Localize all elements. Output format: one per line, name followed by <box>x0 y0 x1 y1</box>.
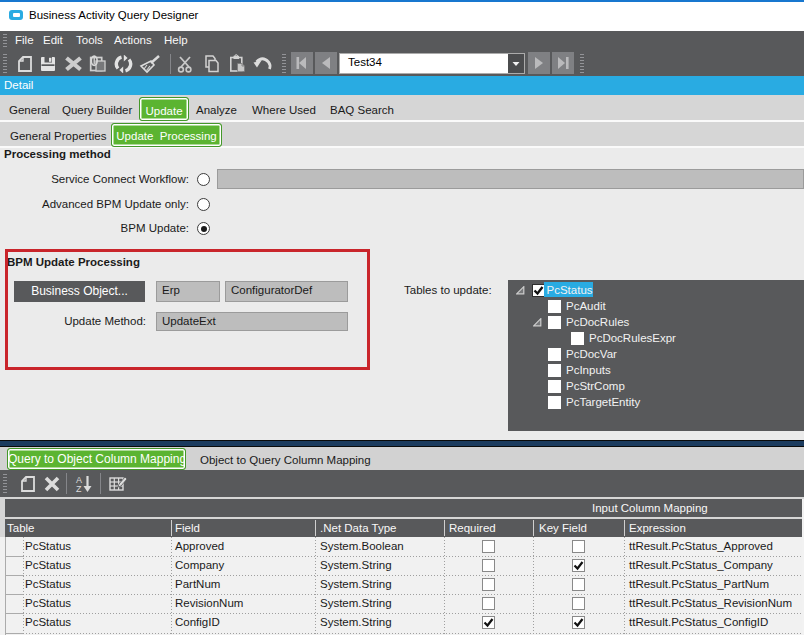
svg-text:A: A <box>76 475 82 485</box>
svg-text:Z: Z <box>76 484 82 494</box>
